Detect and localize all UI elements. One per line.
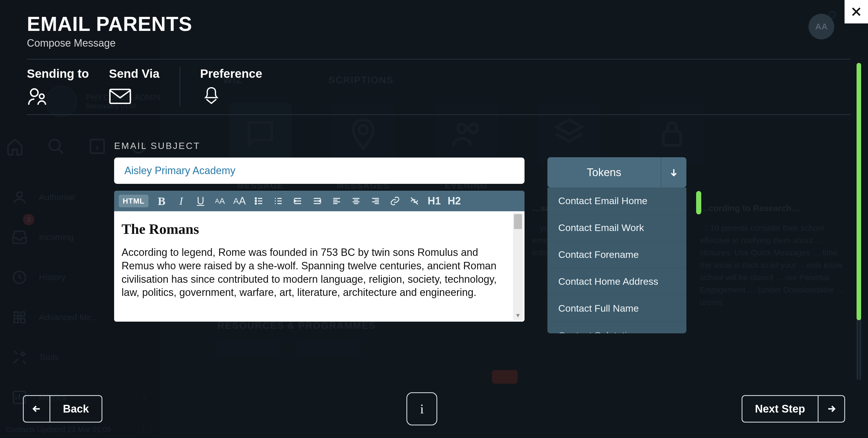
editor-body: According to legend, Rome was founded in… [122,246,513,299]
preference-label: Preference [200,67,262,81]
preference-group: Preference [180,67,282,106]
compose-column: EMAIL SUBJECT HTML B I U AA AA H1 H2 [114,140,525,333]
divider [27,114,851,115]
sending-to-group: Sending to [27,67,109,106]
email-subject-label: EMAIL SUBJECT [114,140,525,151]
token-item[interactable]: Contact Home Address [548,268,686,295]
options-row: Sending to Send Via Preference [27,67,851,106]
editor-scrollbar[interactable]: ▲ ▼ [513,213,523,320]
toolbar-indent-left-button[interactable] [311,195,323,207]
parents-icon[interactable] [27,87,49,106]
svg-rect-11 [110,90,130,103]
toolbar-align-center-button[interactable] [350,195,362,207]
page-scrollbar[interactable] [857,63,861,380]
toolbar-list-numbered-button[interactable] [272,195,285,207]
toolbar-link-button[interactable] [389,195,401,207]
next-step-button[interactable]: Next Step [742,395,845,423]
info-button[interactable]: i [406,392,437,426]
arrow-left-icon [31,403,42,414]
tokens-toggle[interactable] [661,157,686,188]
close-icon [850,5,863,18]
toolbar-html-button[interactable]: HTML [119,195,149,207]
scroll-down-icon[interactable]: ▼ [513,311,523,319]
editor-heading: The Romans [122,220,513,239]
token-item[interactable]: Contact Salutation [548,322,686,333]
token-item[interactable]: Contact Email Work [548,214,686,241]
toolbar-list-bullets-button[interactable] [252,195,265,207]
toolbar-h2-button[interactable]: H2 [447,195,461,207]
svg-point-14 [255,203,256,205]
send-via-group: Send Via [109,67,180,106]
page-subtitle: Compose Message [27,37,851,49]
tokens-list: Contact Email Home Contact Email Work Co… [548,188,686,333]
email-subject-input[interactable] [114,158,525,184]
editor-scroll-thumb[interactable] [514,214,522,229]
toolbar-unlink-button[interactable] [408,195,421,207]
toolbar-indent-right-button[interactable] [291,195,304,207]
svg-point-13 [255,200,256,202]
send-via-label: Send Via [109,67,160,81]
back-button[interactable]: Back [23,395,102,423]
tokens-panel: Tokens Contact Email Home Contact Email … [548,157,686,333]
scrollbar-thumb[interactable] [857,63,861,320]
svg-point-10 [39,94,44,99]
tokens-label: Tokens [548,157,661,188]
envelope-icon[interactable] [109,87,131,106]
toolbar-fontsize-large-button[interactable]: AA [233,195,246,207]
svg-point-12 [255,198,256,199]
token-item[interactable]: Contact Full Name [548,295,686,322]
toolbar-fontsize-small-button[interactable]: AA [214,195,226,207]
content-row: EMAIL SUBJECT HTML B I U AA AA H1 H2 [27,140,851,333]
token-item[interactable]: Contact Forename [548,241,686,268]
toolbar-align-left-button[interactable] [330,195,343,207]
scrollbar-track [858,320,860,380]
divider [27,59,851,60]
editor-toolbar: HTML B I U AA AA H1 H2 [114,191,525,211]
page-title: EMAIL PARENTS [27,12,851,35]
toolbar-h1-button[interactable]: H1 [428,195,441,207]
email-body-editor[interactable]: The Romans According to legend, Rome was… [114,211,525,322]
arrow-right-icon [826,403,837,414]
token-item[interactable]: Contact Email Home [548,188,686,214]
editor-wrap: The Romans According to legend, Rome was… [114,211,525,322]
preference-icon[interactable] [200,87,222,106]
compose-modal: EMAIL PARENTS Compose Message Sending to… [27,12,851,427]
chevron-down-icon [669,167,679,177]
svg-point-9 [31,89,38,96]
toolbar-italic-button[interactable]: I [175,195,187,207]
toolbar-underline-button[interactable]: U [194,195,207,207]
toolbar-bold-button[interactable]: B [155,195,168,207]
tokens-scrollbar[interactable] [696,191,701,214]
bottom-bar: Back i Next Step [23,392,845,426]
toolbar-align-right-button[interactable] [369,195,382,207]
sending-to-label: Sending to [27,67,89,81]
tokens-header[interactable]: Tokens [548,157,686,188]
